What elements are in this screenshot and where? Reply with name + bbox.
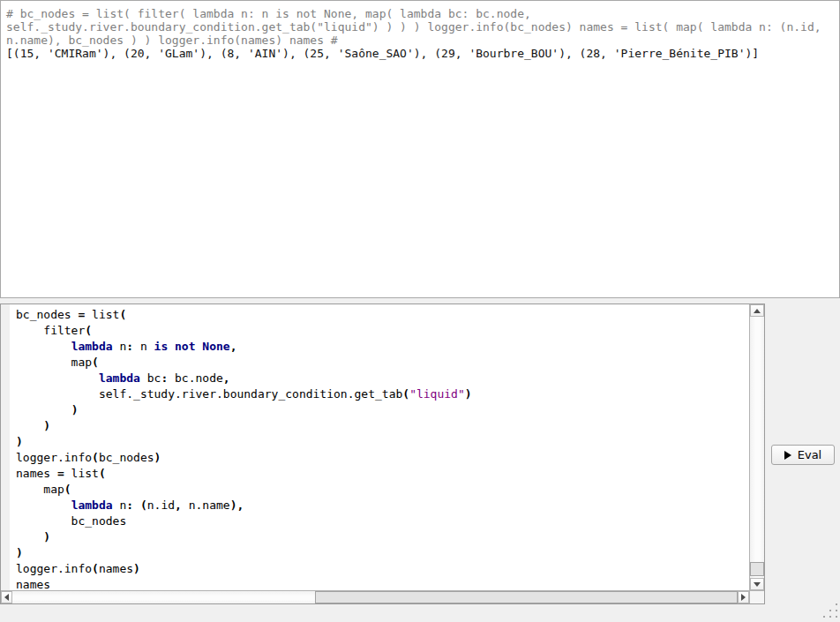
code-line: bc_nodes = list( — [16, 307, 747, 323]
scroll-right-button[interactable] — [738, 591, 749, 603]
horizontal-scroll-thumb[interactable] — [315, 591, 738, 603]
triangle-right-icon — [741, 594, 746, 601]
code-line: ) — [16, 418, 747, 434]
triangle-up-icon — [754, 309, 761, 313]
vertical-scroll-thumb[interactable] — [750, 562, 764, 576]
vertical-scrollbar[interactable] — [749, 304, 764, 590]
history-line: # bc_nodes = list( filter( lambda n: n i… — [6, 7, 834, 20]
scroll-down-button[interactable] — [750, 578, 764, 590]
code-editor-frame: bc_nodes = list( filter( lambda n: n is … — [0, 304, 765, 604]
play-icon — [784, 451, 791, 460]
code-line: map( — [16, 355, 747, 371]
history-line: n.name), bc_nodes ) ) logger.info(names)… — [6, 34, 834, 47]
code-line: names = list( — [16, 466, 747, 482]
code-line: ) — [16, 402, 747, 418]
code-line: ) — [16, 529, 747, 545]
code-line: lambda bc: bc.node, — [16, 371, 747, 386]
triangle-left-icon — [4, 594, 9, 601]
resize-grip[interactable] — [821, 603, 837, 619]
editor-margin — [1, 304, 10, 590]
code-line: map( — [16, 482, 747, 498]
scroll-left-button[interactable] — [1, 591, 12, 603]
eval-button[interactable]: Eval — [771, 445, 835, 465]
code-line: ) — [16, 545, 747, 561]
code-line: ) — [16, 434, 747, 450]
code-line: lambda n: n is not None, — [16, 339, 747, 355]
history-line: [(15, 'CMIRam'), (20, 'GLam'), (8, 'AIN'… — [6, 47, 834, 60]
code-line: filter( — [16, 323, 747, 339]
code-line: logger.info(names) — [16, 561, 747, 577]
horizontal-scrollbar[interactable] — [1, 590, 749, 603]
history-console[interactable]: # bc_nodes = list( filter( lambda n: n i… — [0, 0, 840, 298]
scroll-up-button[interactable] — [750, 304, 764, 317]
code-line: logger.info(bc_nodes) — [16, 450, 747, 466]
history-line: self._study.river.boundary_condition.get… — [6, 20, 834, 34]
eval-button-label: Eval — [798, 448, 822, 461]
code-line: self._study.river.boundary_condition.get… — [16, 386, 747, 402]
editor-code[interactable]: bc_nodes = list( filter( lambda n: n is … — [16, 307, 747, 589]
code-line: lambda n: (n.id, n.name), — [16, 498, 747, 513]
triangle-down-icon — [754, 582, 761, 587]
scrollbar-corner — [749, 590, 764, 603]
code-line: bc_nodes — [16, 513, 747, 529]
code-line: names — [16, 577, 747, 589]
